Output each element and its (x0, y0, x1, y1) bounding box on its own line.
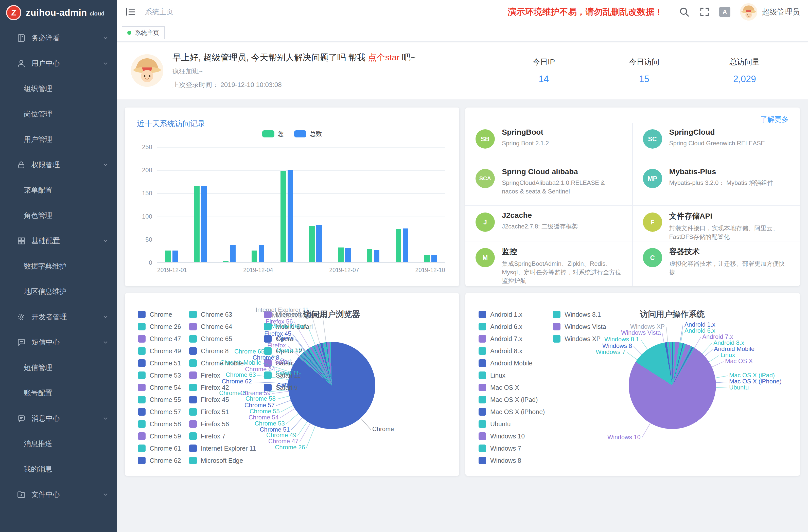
sidebar-subitem[interactable]: 角色管理 (0, 203, 117, 228)
sidebar-item[interactable]: 短信中心 (0, 330, 117, 355)
legend-item[interactable]: Safari 9 (264, 381, 327, 393)
sidebar-subitem[interactable]: 短信管理 (0, 355, 117, 380)
legend-swatch (138, 311, 146, 318)
legend-item[interactable]: Chrome 58 (138, 418, 181, 430)
font-size-icon[interactable]: A (719, 7, 730, 17)
legend-swatch (189, 371, 197, 379)
legend-item[interactable]: 总数 (294, 130, 322, 138)
sidebar-subitem[interactable]: 菜单配置 (0, 178, 117, 203)
legend-item[interactable]: Chrome 64 (189, 320, 256, 333)
x-axis-label: 2019-12-01 (157, 267, 187, 274)
breadcrumb[interactable]: 系统主页 (145, 7, 173, 17)
legend-swatch (553, 311, 561, 318)
legend-swatch (264, 359, 272, 367)
sidebar-subitem[interactable]: 岗位管理 (0, 102, 117, 127)
legend-item[interactable]: Windows 8.1 (553, 308, 606, 320)
legend-item[interactable]: Windows Vista (553, 320, 606, 333)
legend-item[interactable]: Safari (264, 357, 327, 369)
legend-item[interactable]: Windows 10 (479, 430, 545, 442)
browser-pie-card: ChromeChrome 26Chrome 47Chrome 49Chrome … (125, 293, 459, 476)
current-user-name[interactable]: 超级管理员 (762, 7, 800, 17)
bar-group (301, 147, 330, 262)
legend-item[interactable]: Windows 8 (479, 454, 545, 466)
legend-item[interactable]: Chrome 26 (138, 320, 181, 333)
legend-item[interactable]: Chrome 8 (189, 345, 256, 357)
legend-item[interactable]: Chrome 49 (138, 345, 181, 357)
bar-您 (338, 247, 344, 262)
sidebar-item[interactable]: 文件中心 (0, 482, 117, 507)
legend-item[interactable]: Chrome 61 (138, 442, 181, 454)
legend-label: Mac OS X (iPad) (490, 396, 538, 403)
legend-item[interactable]: Mac OS X (iPad) (479, 393, 545, 406)
legend-item[interactable]: Opera (264, 333, 327, 345)
sidebar-item[interactable]: 务必详看 (0, 25, 117, 51)
sidebar-item[interactable]: 权限管理 (0, 152, 117, 178)
legend-label: Android Mobile (490, 360, 533, 367)
legend-item[interactable]: Chrome 63 (189, 308, 256, 320)
search-icon[interactable] (679, 6, 690, 18)
tech-info: J2cacheJ2cache2.7.8: 二级缓存框架 (502, 211, 578, 237)
legend-item[interactable]: Chrome 57 (138, 406, 181, 418)
sidebar-item[interactable]: 开发者管理 (0, 304, 117, 330)
legend-item[interactable]: Microsoft Edge (189, 454, 256, 466)
sidebar-item[interactable]: 消息中心 (0, 406, 117, 431)
sidebar-subitem[interactable]: 账号配置 (0, 380, 117, 406)
legend-label: Chrome 64 (201, 323, 232, 330)
legend-item[interactable]: Chrome 55 (138, 393, 181, 406)
sidebar-subitem[interactable]: 消息推送 (0, 431, 117, 456)
legend-label: Safari (276, 360, 292, 367)
legend-item[interactable]: Android 8.x (479, 345, 545, 357)
legend-item[interactable]: Android 6.x (479, 320, 545, 333)
legend-item[interactable]: Firefox 42 (189, 381, 256, 393)
tech-desc: Mybatis-plus 3.2.0： Mybatis 增强组件 (669, 179, 773, 187)
sidebar-item[interactable]: 基础配置 (0, 228, 117, 254)
legend-item[interactable]: Chrome 47 (138, 333, 181, 345)
legend-swatch (479, 359, 486, 367)
legend-item[interactable]: Mac OS X (iPhone) (479, 406, 545, 418)
legend-swatch (189, 323, 197, 330)
star-link[interactable]: 点个star (368, 53, 400, 62)
legend-item[interactable]: Opera 12 (264, 345, 327, 357)
sidebar-subitem[interactable]: 我的消息 (0, 456, 117, 482)
legend-item[interactable]: 您 (262, 130, 284, 138)
legend-item[interactable]: Chrome 54 (138, 381, 181, 393)
legend-item[interactable]: Firefox 51 (189, 406, 256, 418)
legend-item[interactable]: Chrome 62 (138, 454, 181, 466)
chevron-down-icon (103, 339, 109, 345)
fullscreen-icon[interactable] (699, 6, 710, 18)
legend-swatch (264, 347, 272, 355)
legend-item[interactable]: Mac OS X (479, 381, 545, 393)
legend-item[interactable]: Android 1.x (479, 308, 545, 320)
legend-item[interactable]: Chrome 59 (138, 430, 181, 442)
collapse-sidebar-icon[interactable] (125, 6, 136, 18)
legend-item[interactable]: Internet Explorer 11 (189, 442, 256, 454)
legend-item[interactable]: Safari 11 (264, 369, 327, 381)
learn-more-link[interactable]: 了解更多 (760, 115, 789, 124)
browser-pie-title: 访问用户浏览器 (303, 309, 360, 320)
sidebar-subitem[interactable]: 地区信息维护 (0, 279, 117, 304)
legend-item[interactable]: Chrome 53 (138, 369, 181, 381)
legend-item[interactable]: Chrome 65 (189, 333, 256, 345)
legend-item[interactable]: Firefox 56 (189, 418, 256, 430)
sidebar-subitem[interactable]: 组织管理 (0, 76, 117, 102)
sidebar-item[interactable]: 用户中心 (0, 51, 117, 76)
legend-item[interactable]: Ubuntu (479, 418, 545, 430)
legend-item[interactable]: Chrome 51 (138, 357, 181, 369)
sidebar-subitem[interactable]: 用户管理 (0, 127, 117, 152)
sidebar-subitem[interactable]: 数据字典维护 (0, 254, 117, 279)
legend-item[interactable]: Windows 7 (479, 442, 545, 454)
legend-item[interactable]: Firefox (189, 369, 256, 381)
legend-item[interactable]: Chrome Mobile (189, 357, 256, 369)
legend-item[interactable]: Firefox 7 (189, 430, 256, 442)
legend-item[interactable]: Firefox 45 (189, 393, 256, 406)
avatar[interactable] (740, 3, 757, 20)
tab-home[interactable]: 系统主页 (122, 26, 165, 39)
legend-item[interactable]: Android 7.x (479, 333, 545, 345)
legend-item[interactable]: Chrome (138, 308, 181, 320)
pie-callout-label: Windows 8.1 (604, 336, 639, 343)
legend-item[interactable]: Mobile Safari (264, 320, 327, 333)
legend-item[interactable]: Linux (479, 369, 545, 381)
app-logo[interactable]: Z zuihou-admin cloud (0, 0, 117, 25)
legend-item[interactable]: Android Mobile (479, 357, 545, 369)
legend-item[interactable]: Windows XP (553, 333, 606, 345)
